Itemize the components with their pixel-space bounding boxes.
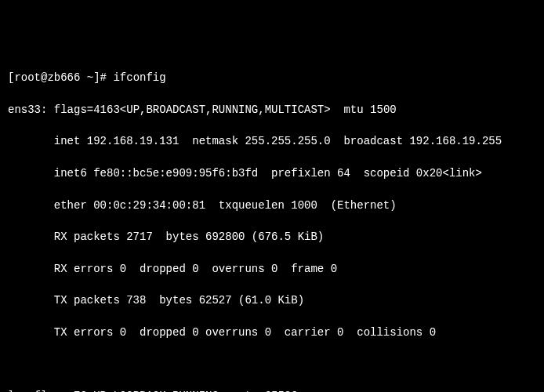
iface-header-ens33: ens33: flags=4163<UP,BROADCAST,RUNNING,M… — [8, 102, 536, 118]
shell-prompt: [root@zb666 ~]# — [8, 71, 113, 84]
iface-line: RX errors 0 dropped 0 overruns 0 frame 0 — [8, 261, 536, 277]
blank-line — [8, 357, 536, 372]
iface-line: inet 192.168.19.131 netmask 255.255.255.… — [8, 133, 536, 149]
command-input[interactable]: ifconfig — [113, 71, 165, 84]
iface-line: TX packets 738 bytes 62527 (61.0 KiB) — [8, 292, 536, 308]
iface-line: RX packets 2717 bytes 692800 (676.5 KiB) — [8, 229, 536, 245]
iface-line: inet6 fe80::bc5e:e909:95f6:b3fd prefixle… — [8, 165, 536, 181]
prompt-line[interactable]: [root@zb666 ~]# ifconfig — [8, 70, 536, 85]
iface-line: ether 00:0c:29:34:00:81 txqueuelen 1000 … — [8, 198, 536, 213]
iface-header-lo: lo: flags=73<UP,LOOPBACK,RUNNING> mtu 65… — [8, 388, 536, 392]
iface-line: TX errors 0 dropped 0 overruns 0 carrier… — [8, 325, 536, 340]
